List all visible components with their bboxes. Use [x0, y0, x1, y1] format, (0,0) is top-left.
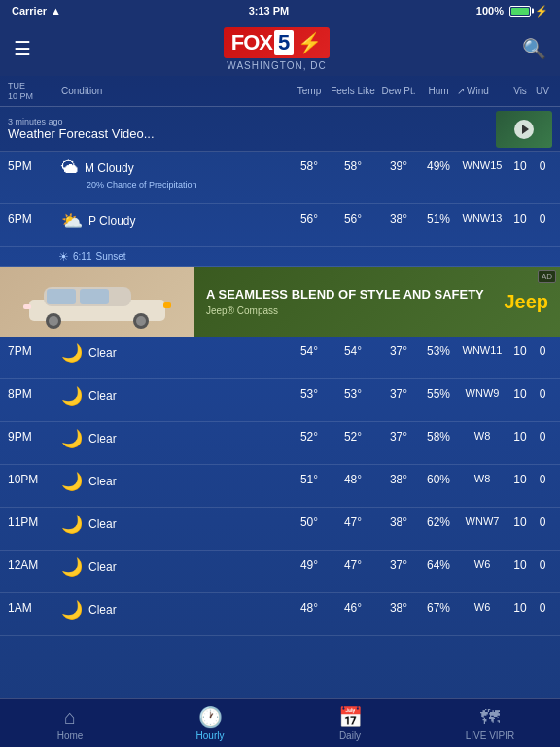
- col-header-condition: Condition: [61, 86, 290, 96]
- col-header-temp: Temp: [290, 86, 329, 96]
- play-button[interactable]: [514, 120, 534, 139]
- map-icon: 🗺: [480, 706, 500, 729]
- ad-badge: AD: [538, 270, 556, 283]
- status-bar: Carrier ▲ 3:13 PM 100% ⚡: [0, 0, 560, 21]
- row-feels: 46°: [329, 599, 377, 615]
- calendar-icon: 📅: [338, 705, 363, 729]
- ad-car-image: [0, 267, 194, 337]
- row-condition-block: 🌙 Clear: [61, 385, 290, 407]
- weather-row: 9PM 🌙 Clear 52° 52° 37° 58% W8 10 0: [0, 422, 560, 465]
- row-uv: 0: [533, 471, 552, 486]
- weather-rows: 5PM 🌥 M Cloudy 20% Chance of Precipitati…: [0, 152, 560, 636]
- row-uv: 0: [533, 385, 552, 401]
- svg-rect-8: [163, 302, 171, 308]
- search-icon[interactable]: 🔍: [522, 37, 546, 60]
- logo-fox-text: FOX: [231, 30, 272, 55]
- row-visibility: 10: [508, 158, 533, 173]
- row-dew: 38°: [377, 514, 420, 529]
- row-time: 5PM: [8, 158, 61, 173]
- row-uv: 0: [533, 556, 552, 572]
- ad-banner[interactable]: A SEAMLESS BLEND OF STYLE AND SAFETY Jee…: [0, 267, 560, 337]
- row-temp: 51°: [290, 471, 329, 486]
- col-header-uv: UV: [533, 86, 552, 96]
- row-visibility: 10: [508, 385, 533, 401]
- row-wind: WNW11: [457, 342, 508, 356]
- tab-hourly[interactable]: 🕐 Hourly: [140, 699, 280, 747]
- menu-icon[interactable]: ☰: [14, 37, 31, 60]
- tab-livevipir-label: LIVE VIPIR: [466, 730, 515, 741]
- row-condition-block: 🌥 M Cloudy 20% Chance of Precipitation: [61, 158, 290, 190]
- logo-container: FOX 5 ⚡ WASHINGTON, DC: [224, 27, 330, 71]
- condition-icon: 🌙: [61, 599, 83, 621]
- weather-row: 11PM 🌙 Clear 50° 47° 38° 62% WNW7 10 0: [0, 508, 560, 551]
- condition-text: Clear: [88, 517, 117, 531]
- play-icon: [522, 124, 529, 134]
- tab-livevipir[interactable]: 🗺 LIVE VIPIR: [420, 699, 560, 747]
- col-header-time: TUE 10 PM: [8, 81, 61, 102]
- row-visibility: 10: [508, 599, 533, 615]
- condition-sub-note: 20% Chance of Precipitation: [87, 180, 290, 190]
- row-condition-main: 🌙 Clear: [61, 342, 290, 364]
- battery-icon: [509, 6, 531, 17]
- wind-direction-icon: ↗: [457, 86, 465, 96]
- app-logo: FOX 5 ⚡: [224, 27, 330, 58]
- car-illustration: [19, 275, 175, 329]
- svg-rect-7: [80, 289, 109, 304]
- col-header-dew: Dew Pt.: [377, 86, 420, 96]
- row-dew: 37°: [377, 428, 420, 444]
- row-visibility: 10: [508, 210, 533, 226]
- carrier-label: Carrier: [12, 5, 47, 17]
- row-temp: 54°: [290, 342, 329, 358]
- condition-text: Clear: [88, 389, 117, 403]
- row-humidity: 62%: [420, 514, 457, 529]
- condition-icon: 🌙: [61, 514, 83, 535]
- status-right: 100% ⚡: [476, 5, 548, 18]
- weather-row: 10PM 🌙 Clear 51° 48° 38° 60% W8 10 0: [0, 465, 560, 508]
- video-thumbnail[interactable]: [496, 111, 552, 148]
- row-visibility: 10: [508, 471, 533, 486]
- row-time: 12AM: [8, 556, 61, 572]
- row-uv: 0: [533, 342, 552, 358]
- tab-daily-label: Daily: [339, 730, 361, 741]
- row-dew: 37°: [377, 342, 420, 358]
- row-feels: 53°: [329, 385, 377, 401]
- row-time: 11PM: [8, 514, 61, 529]
- row-temp: 49°: [290, 556, 329, 572]
- condition-text: Clear: [88, 603, 117, 617]
- video-title: Weather Forecast Video...: [8, 126, 496, 141]
- col-header-hum: Hum: [420, 86, 457, 96]
- app-header: ☰ FOX 5 ⚡ WASHINGTON, DC 🔍: [0, 21, 560, 76]
- row-dew: 37°: [377, 385, 420, 401]
- tab-daily[interactable]: 📅 Daily: [280, 699, 420, 747]
- row-visibility: 10: [508, 342, 533, 358]
- row-wind: W8: [457, 471, 508, 484]
- row-condition-main: 🌙 Clear: [61, 514, 290, 535]
- sunset-label: Sunset: [95, 251, 125, 262]
- home-icon: ⌂: [64, 706, 76, 729]
- ad-text-area: A SEAMLESS BLEND OF STYLE AND SAFETY Jee…: [194, 267, 560, 337]
- sunset-time: 6:11: [73, 251, 91, 262]
- wifi-icon: ▲: [51, 5, 61, 17]
- row-humidity: 60%: [420, 471, 457, 486]
- video-time-ago: 3 minutes ago: [8, 117, 496, 126]
- row-uv: 0: [533, 210, 552, 226]
- condition-icon: 🌙: [61, 342, 83, 364]
- row-wind: W6: [457, 599, 508, 613]
- row-feels: 54°: [329, 342, 377, 358]
- clock-icon: 🕐: [198, 705, 223, 729]
- condition-text: Clear: [88, 560, 117, 574]
- weather-row: 1AM 🌙 Clear 48° 46° 38° 67% W6 10 0: [0, 593, 560, 636]
- row-feels: 47°: [329, 556, 377, 572]
- video-banner[interactable]: 3 minutes ago Weather Forecast Video...: [0, 107, 560, 152]
- weather-row: 6PM ⛅ P Cloudy 56° 56° 38° 51% WNW13 10 …: [0, 204, 560, 247]
- ad-sub-text: Jeep® Compass: [206, 305, 548, 316]
- tab-home[interactable]: ⌂ Home: [0, 699, 140, 747]
- row-uv: 0: [533, 428, 552, 444]
- row-wind: WNW7: [457, 514, 508, 527]
- row-condition-block: 🌙 Clear: [61, 556, 290, 578]
- row-condition-main: 🌙 Clear: [61, 385, 290, 407]
- row-wind: WNW9: [457, 385, 508, 399]
- row-condition-block: 🌙 Clear: [61, 342, 290, 364]
- row-feels: 48°: [329, 471, 377, 486]
- status-left: Carrier ▲: [12, 5, 61, 17]
